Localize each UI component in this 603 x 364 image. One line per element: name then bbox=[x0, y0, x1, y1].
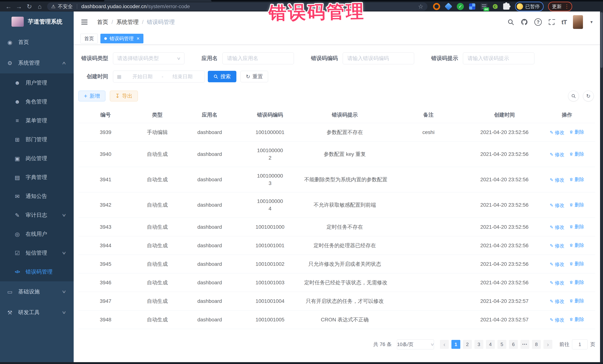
sidebar-menu-item[interactable]: ☑ 短信管理 ∨ bbox=[0, 243, 74, 263]
page-button[interactable]: 8 bbox=[532, 340, 541, 349]
reset-button[interactable]: ↻ 重置 bbox=[241, 71, 268, 82]
page-button[interactable]: 5 bbox=[498, 340, 506, 349]
extensions-puzzle-icon[interactable] bbox=[503, 3, 510, 10]
goto-page-input[interactable] bbox=[572, 339, 588, 349]
cell-memo bbox=[387, 292, 470, 310]
delete-link[interactable]: 删除 bbox=[569, 201, 584, 209]
next-page-button[interactable]: › bbox=[544, 340, 552, 349]
app-logo[interactable]: 芋道管理系统 bbox=[0, 11, 74, 32]
address-bar[interactable]: ⚠ 不安全 dashboard.yudao.iocoder.cn /system… bbox=[47, 2, 428, 11]
search-icon[interactable] bbox=[507, 19, 514, 26]
home-icon[interactable]: ⌂ bbox=[35, 3, 45, 10]
hamburger-icon[interactable] bbox=[80, 18, 89, 26]
app-name-input[interactable] bbox=[227, 55, 290, 62]
page-button[interactable]: 2 bbox=[463, 340, 472, 349]
filter-created-label: 创建时间 bbox=[79, 73, 108, 80]
tab-home[interactable]: 首页 bbox=[80, 34, 98, 43]
cell-actions: ✎ 修改 删除 bbox=[539, 167, 595, 192]
cell-type: 手动编辑 bbox=[133, 123, 182, 142]
font-size-icon[interactable]: tT bbox=[561, 19, 567, 26]
refresh-table-button[interactable]: ↻ bbox=[583, 91, 594, 101]
error-hint-input[interactable] bbox=[467, 55, 530, 62]
browser-active-tab[interactable] bbox=[104, 0, 211, 1]
sidebar-menu-item[interactable]: ☻ 角色管理 bbox=[0, 92, 74, 111]
cell-app: dashboard bbox=[182, 142, 237, 167]
extension-ring-icon[interactable] bbox=[433, 3, 440, 10]
sidebar-menu-item[interactable]: </​> 错误码管理 bbox=[0, 263, 74, 281]
forward-icon[interactable]: → bbox=[14, 3, 24, 10]
edit-link[interactable]: ✎ 修改 bbox=[550, 261, 564, 268]
help-icon[interactable]: ? bbox=[534, 18, 542, 26]
edit-link[interactable]: ✎ 修改 bbox=[550, 279, 564, 287]
sidebar-menu-item[interactable]: ▣ 岗位管理 bbox=[0, 149, 74, 168]
breadcrumb-system[interactable]: 系统管理 bbox=[116, 18, 139, 26]
browser-profile-chip[interactable]: 已暂停 bbox=[515, 2, 544, 11]
sidebar-menu-item[interactable]: ✉ 通知公告 bbox=[0, 187, 74, 206]
reload-icon[interactable]: ↻ bbox=[24, 3, 35, 10]
back-icon[interactable]: ← bbox=[3, 3, 14, 10]
sidebar-menu-item[interactable]: ✎ 审计日志 ∨ bbox=[0, 206, 74, 225]
page-button[interactable]: 1 bbox=[452, 340, 460, 349]
edit-link[interactable]: ✎ 修改 bbox=[550, 298, 564, 305]
page-button[interactable]: 3 bbox=[475, 340, 483, 349]
add-button-label: 新增 bbox=[90, 92, 100, 99]
bookmark-star-icon[interactable]: ☆ bbox=[418, 3, 423, 10]
delete-link[interactable]: 删除 bbox=[569, 297, 584, 305]
sidebar-menu-item[interactable]: ⊞ 部门管理 bbox=[0, 130, 74, 149]
page-button[interactable]: 4 bbox=[486, 340, 495, 349]
export-button[interactable]: ↧ 导出 bbox=[110, 91, 138, 101]
sidebar-menu-item[interactable]: ⚒ 研发工具 ∨ bbox=[0, 302, 74, 323]
navbar-actions: ? tT ▼ bbox=[507, 15, 593, 29]
more-pages-button[interactable]: ••• bbox=[521, 340, 529, 349]
delete-link[interactable]: 删除 bbox=[569, 150, 584, 158]
sidebar-menu-item[interactable]: ≡ 菜单管理 bbox=[0, 111, 74, 130]
sidebar-menu-item[interactable]: ◉ 首页 bbox=[0, 32, 74, 53]
add-button[interactable]: + 新增 bbox=[79, 91, 105, 101]
edit-link[interactable]: ✎ 修改 bbox=[550, 151, 564, 158]
breadcrumb-home[interactable]: 首页 bbox=[97, 18, 108, 26]
edit-link[interactable]: ✎ 修改 bbox=[550, 242, 564, 249]
page-scrollbar[interactable] bbox=[600, 11, 603, 362]
delete-link[interactable]: 删除 bbox=[569, 128, 584, 136]
sidebar-menu-item[interactable]: ▭ 基础设施 ∨ bbox=[0, 281, 74, 302]
avatar-caret-icon[interactable]: ▼ bbox=[590, 20, 593, 24]
search-button[interactable]: 搜索 bbox=[208, 71, 236, 82]
sidebar-menu-item[interactable]: ⚙ 系统管理 ∧ bbox=[0, 53, 74, 73]
cell-created: 2021-04-20 23:52:56 bbox=[470, 123, 539, 142]
kebab-menu-icon[interactable]: ⋮ bbox=[564, 4, 569, 9]
scrollbar-thumb[interactable] bbox=[600, 12, 603, 68]
edit-link[interactable]: ✎ 修改 bbox=[550, 129, 564, 136]
edit-link[interactable]: ✎ 修改 bbox=[550, 223, 564, 231]
edit-link[interactable]: ✎ 修改 bbox=[550, 176, 564, 184]
sidebar-menu-item[interactable]: ▤ 字典管理 bbox=[0, 168, 74, 187]
error-code-input[interactable] bbox=[347, 55, 410, 62]
sidebar-menu-item[interactable]: ☻ 用户管理 bbox=[0, 73, 74, 92]
delete-link[interactable]: 删除 bbox=[569, 260, 584, 267]
toggle-search-button[interactable] bbox=[568, 91, 579, 101]
tab-error-code[interactable]: 错误码管理 × bbox=[100, 34, 143, 43]
delete-link[interactable]: 删除 bbox=[569, 316, 584, 323]
page-size-select[interactable]: 10条/页 ∨ bbox=[397, 339, 434, 349]
delete-link[interactable]: 删除 bbox=[569, 242, 584, 249]
user-avatar[interactable] bbox=[573, 15, 583, 29]
browser-update-button[interactable]: 更新 ⋮ bbox=[548, 2, 572, 11]
extension-grid-icon[interactable] bbox=[469, 3, 475, 10]
delete-link[interactable]: 删除 bbox=[569, 176, 584, 183]
security-label: 不安全 bbox=[58, 3, 73, 10]
date-range-picker[interactable]: ▦ 开始日期 - 结束日期 bbox=[113, 71, 205, 82]
error-type-select[interactable]: 请选择错误码类型 ∨ bbox=[113, 53, 185, 64]
sidebar-menu-item[interactable]: ◎ 在线用户 bbox=[0, 225, 74, 243]
delete-link[interactable]: 删除 bbox=[569, 278, 584, 286]
edit-link[interactable]: ✎ 修改 bbox=[550, 202, 564, 209]
extension-list-icon[interactable]: on bbox=[481, 3, 487, 10]
extension-key-icon[interactable] bbox=[493, 4, 498, 9]
fullscreen-icon[interactable] bbox=[548, 19, 555, 26]
extension-check-icon[interactable]: ✓ bbox=[457, 3, 464, 10]
extension-gem-icon[interactable] bbox=[445, 3, 452, 10]
github-icon[interactable] bbox=[521, 18, 528, 26]
page-button[interactable]: 6 bbox=[509, 340, 518, 349]
delete-link[interactable]: 删除 bbox=[569, 223, 584, 230]
close-icon[interactable]: × bbox=[137, 36, 139, 41]
edit-link[interactable]: ✎ 修改 bbox=[550, 316, 564, 324]
prev-page-button[interactable]: ‹ bbox=[440, 340, 449, 349]
